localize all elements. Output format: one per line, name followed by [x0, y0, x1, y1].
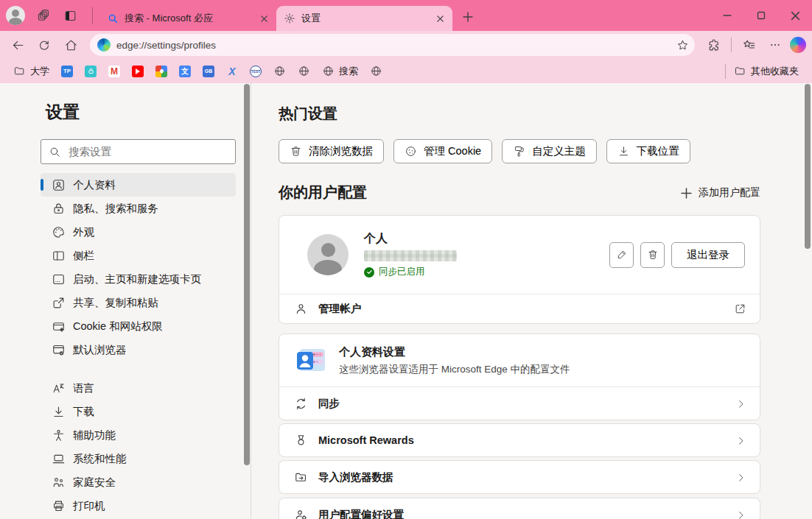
sidebar-item-startup[interactable]: 启动、主页和新建选项卡页	[41, 267, 236, 291]
settings-sidebar: 设置 个人资料 隐私、搜索和服务 外观 侧栏	[0, 83, 246, 519]
sign-out-button[interactable]: 退出登录	[671, 242, 745, 268]
more-menu-icon[interactable]	[763, 34, 787, 56]
bookmark-maps[interactable]	[150, 63, 173, 80]
search-icon	[49, 146, 61, 158]
check-circle-icon	[364, 267, 374, 278]
settings-search-input[interactable]	[69, 146, 228, 158]
profile-preferences-card: 用户配置偏好设置	[279, 498, 760, 519]
accessibility-icon	[52, 428, 66, 442]
sidebar-item-default-browser[interactable]: 默认浏览器	[41, 338, 236, 361]
settings-main: 热门设置 清除浏览数据 管理 Cookie 自定义主题 下载位置 你的用户配置	[246, 83, 812, 519]
maximize-button[interactable]	[744, 0, 778, 31]
bookmark-youtube[interactable]	[126, 63, 150, 80]
profile-row: 个人 同步已启用 退出登录	[279, 216, 760, 294]
sidebar-item-languages[interactable]: 语言	[41, 376, 236, 400]
bookmark-globe-2[interactable]	[292, 63, 316, 80]
minimize-button[interactable]	[710, 0, 744, 31]
sidebar-item-sidebar[interactable]: 侧栏	[41, 244, 236, 267]
tab-title: 设置	[301, 12, 427, 25]
bookmark-translate[interactable]: 文	[173, 63, 197, 80]
bookmark-gmail[interactable]: M	[102, 63, 126, 80]
rewards-medal-icon	[294, 434, 308, 448]
button-label: 自定义主题	[532, 144, 586, 158]
lock-favicon	[85, 66, 97, 77]
sidebar-item-downloads[interactable]: 下载	[41, 400, 236, 423]
profile-settings-header: 个人资料设置 这些浏览器设置适用于 Microsoft Edge 中的配置文件	[279, 334, 760, 386]
address-bar[interactable]: edge://settings/profiles	[90, 34, 695, 56]
rewards-row[interactable]: Microsoft Rewards	[279, 424, 760, 456]
row-label: 同步	[318, 397, 725, 411]
bookmark-globe-3[interactable]	[364, 63, 388, 80]
customize-theme-button[interactable]: 自定义主题	[502, 139, 597, 163]
browser-profile-avatar[interactable]	[6, 6, 25, 25]
sidebar-item-system[interactable]: 系统和性能	[41, 447, 236, 470]
sync-row[interactable]: 同步	[279, 387, 760, 420]
button-label: 管理 Cookie	[424, 144, 481, 158]
settings-page: 设置 个人资料 隐私、搜索和服务 外观 侧栏	[0, 83, 812, 519]
system-performance-icon	[52, 452, 66, 466]
new-tab-button[interactable]	[457, 6, 479, 28]
language-icon	[52, 381, 66, 395]
family-safety-icon	[52, 476, 66, 490]
sidebar-item-profiles[interactable]: 个人资料	[41, 173, 236, 197]
profile-preferences-row[interactable]: 用户配置偏好设置	[279, 498, 760, 519]
bookmark-lock-site[interactable]	[79, 63, 102, 80]
bookmark-globe-1[interactable]	[267, 63, 292, 80]
sidebar-item-family-safety[interactable]: 家庭安全	[41, 470, 236, 494]
sidebar-item-accessibility[interactable]: 辅助功能	[41, 423, 236, 447]
sidebar-item-share-copy-paste[interactable]: 共享、复制和粘贴	[41, 291, 236, 314]
sidebar-item-cookies[interactable]: Cookie 和网站权限	[41, 314, 236, 338]
bookmark-search-site[interactable]: 搜索	[316, 63, 364, 80]
chevron-right-icon	[735, 472, 746, 483]
search-favicon	[108, 13, 119, 24]
bookmark-tp[interactable]: TP	[55, 63, 79, 80]
clear-browsing-data-button[interactable]: 清除浏览数据	[279, 139, 384, 163]
tab-settings[interactable]: 设置	[276, 6, 452, 31]
copilot-icon[interactable]	[790, 37, 806, 53]
add-profile-button[interactable]: 添加用户配置	[681, 186, 760, 200]
other-favorites-button[interactable]: 其他收藏夹	[728, 63, 805, 80]
sidebar-item-appearance[interactable]: 外观	[41, 220, 236, 244]
popular-settings-title: 热门设置	[279, 104, 812, 124]
favorites-hub-icon[interactable]	[737, 34, 760, 56]
sidebar-item-privacy[interactable]: 隐私、搜索和服务	[41, 197, 236, 220]
tab-close-icon[interactable]	[257, 12, 270, 25]
navigation-toolbar: edge://settings/profiles	[0, 31, 812, 59]
url-text[interactable]: edge://settings/profiles	[116, 40, 671, 51]
profile-icon	[52, 178, 66, 192]
refresh-button[interactable]	[32, 34, 56, 56]
sidebar-item-label: 启动、主页和新建选项卡页	[73, 272, 201, 286]
tab-title: 搜索 - Microsoft 必应	[125, 12, 251, 25]
back-button[interactable]	[6, 34, 29, 56]
bookmark-folder-university[interactable]: 大学	[7, 63, 55, 80]
extensions-icon[interactable]	[702, 34, 726, 56]
maps-favicon	[155, 66, 167, 77]
x-favicon: X	[226, 66, 238, 77]
page-scrollbar-thumb[interactable]	[805, 84, 811, 249]
sidebar-item-printers[interactable]: 打印机	[41, 494, 236, 518]
bookmark-gb[interactable]: GB	[197, 63, 220, 80]
printer-icon	[52, 499, 66, 513]
bookmark-test-seal[interactable]: TEST	[244, 63, 267, 80]
manage-cookies-button[interactable]: 管理 Cookie	[393, 139, 492, 163]
bookmark-x[interactable]: X	[220, 63, 244, 80]
edit-profile-button[interactable]	[609, 242, 634, 268]
sync-status-text: 同步已启用	[379, 266, 425, 278]
import-browser-data-row[interactable]: 导入浏览器数据	[279, 461, 760, 493]
tab-bing-search[interactable]: 搜索 - Microsoft 必应	[100, 6, 276, 31]
page-scrollbar[interactable]	[805, 83, 811, 519]
sidebar-item-label: 打印机	[73, 499, 105, 513]
paint-theme-icon	[513, 145, 525, 158]
manage-account-row[interactable]: 管理帐户	[279, 294, 760, 323]
tab-actions-icon[interactable]	[63, 9, 77, 23]
favorite-star-icon[interactable]	[676, 39, 689, 52]
tab-close-icon[interactable]	[433, 12, 447, 25]
delete-profile-button[interactable]	[640, 242, 665, 268]
profile-name: 个人	[364, 231, 609, 247]
tp-favicon: TP	[61, 66, 73, 77]
workspaces-icon[interactable]	[37, 8, 52, 23]
home-button[interactable]	[59, 34, 83, 56]
download-location-button[interactable]: 下载位置	[606, 139, 690, 163]
settings-search-box[interactable]	[41, 139, 236, 164]
close-window-button[interactable]	[778, 0, 812, 31]
